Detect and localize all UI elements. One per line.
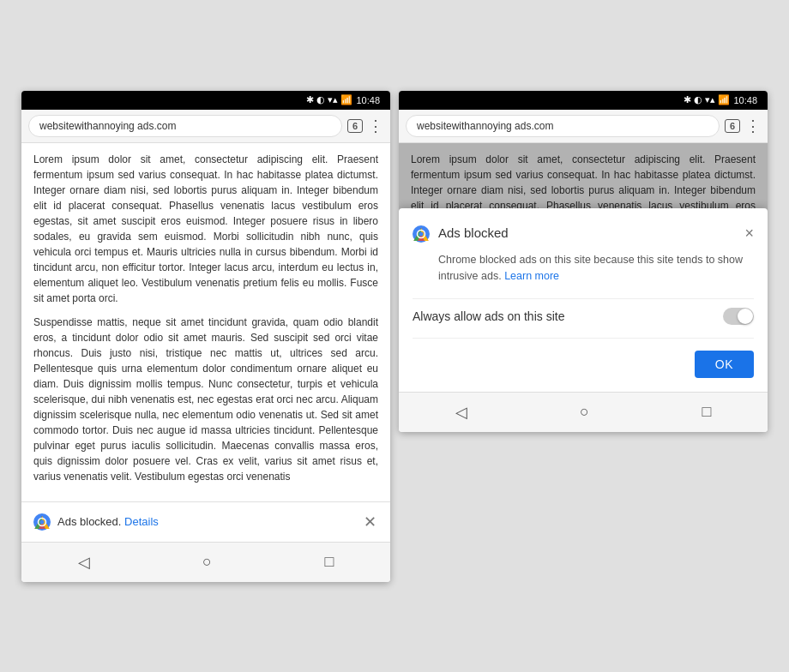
home-btn-right[interactable]: ○: [563, 399, 606, 424]
address-bar-right: websitewithannoying ads.com 6 ⋮: [399, 110, 768, 143]
paragraph-1-left: Lorem ipsum dolor sit amet, consectetur …: [33, 152, 378, 306]
back-btn-right[interactable]: ◁: [438, 399, 485, 425]
ok-button[interactable]: OK: [695, 351, 754, 378]
ads-blocked-popup: Ads blocked × Chrome blocked ads on this…: [399, 208, 768, 392]
url-input-right[interactable]: websitewithannoying ads.com: [406, 115, 720, 137]
home-btn-left[interactable]: ○: [185, 549, 229, 574]
content-area-left: Lorem ipsum dolor sit amet, consectetur …: [21, 143, 390, 501]
ads-blocked-text-left: Ads blocked. Details: [57, 515, 355, 528]
recent-btn-right[interactable]: □: [684, 399, 728, 424]
address-bar-left: websitewithannoying ads.com 6 ⋮: [21, 110, 390, 143]
paragraph-2-left: Suspendisse mattis, neque sit amet tinci…: [33, 315, 378, 484]
popup-close-btn[interactable]: ×: [744, 222, 754, 245]
popup-header: Ads blocked ×: [413, 222, 754, 245]
right-phone: ✱ ◐ ▾▴ 📶 10:48 websitewithannoying ads.c…: [399, 91, 768, 432]
popup-overlay: Ads blocked × Chrome blocked ads on this…: [399, 143, 768, 392]
nav-bar-left: ◁ ○ □: [21, 542, 390, 582]
close-btn-left[interactable]: ✕: [362, 511, 378, 533]
menu-button-left[interactable]: ⋮: [368, 118, 383, 134]
learn-more-link[interactable]: Learn more: [504, 270, 559, 282]
ads-blocked-bar-left: Ads blocked. Details ✕: [21, 501, 390, 542]
details-link-left[interactable]: Details: [124, 515, 159, 528]
always-allow-toggle[interactable]: [723, 308, 754, 325]
content-area-right: Lorem ipsum dolor sit amet, consectetur …: [399, 143, 768, 392]
status-icons-right: ✱ ◐ ▾▴ 📶: [684, 94, 730, 105]
chrome-icon-left: [33, 513, 51, 531]
ok-btn-container: OK: [413, 351, 754, 378]
always-allow-row: Always allow ads on this site: [413, 298, 754, 339]
nav-bar-right: ◁ ○ □: [399, 392, 768, 432]
tab-count-right[interactable]: 6: [725, 119, 740, 133]
tab-count-left[interactable]: 6: [347, 119, 363, 133]
popup-title: Ads blocked: [438, 224, 736, 243]
back-btn-left[interactable]: ◁: [61, 549, 107, 575]
popup-description: Chrome blocked ads on this site because …: [413, 252, 754, 285]
status-bar-right: ✱ ◐ ▾▴ 📶 10:48: [399, 91, 768, 110]
status-time-right: 10:48: [733, 95, 757, 105]
recent-btn-left[interactable]: □: [307, 549, 351, 574]
svg-point-6: [419, 231, 424, 236]
status-bar-left: ✱ ◐ ▾▴ 📶 10:48: [21, 91, 390, 110]
menu-button-right[interactable]: ⋮: [745, 118, 761, 134]
toggle-label: Always allow ads on this site: [413, 308, 564, 326]
status-time-left: 10:48: [356, 95, 380, 105]
svg-point-3: [40, 519, 45, 524]
status-icons-left: ✱ ◐ ▾▴ 📶: [306, 94, 352, 105]
url-input-left[interactable]: websitewithannoying ads.com: [28, 115, 342, 137]
left-phone: ✱ ◐ ▾▴ 📶 10:48 websitewithannoying ads.c…: [21, 91, 390, 582]
chrome-icon-popup: [413, 225, 430, 243]
